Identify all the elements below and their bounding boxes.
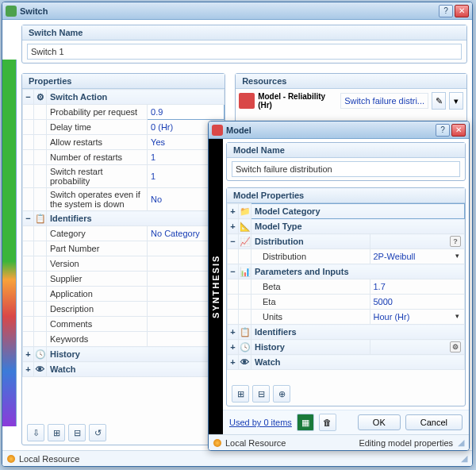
switch-name-header: Switch Name [22, 25, 466, 40]
prop-name: Distribution [251, 249, 370, 264]
prop-name: Number of restarts [47, 150, 148, 165]
prop-name: Keywords [47, 332, 148, 347]
group-watch: Watch [47, 362, 225, 377]
model-help-button[interactable]: ? [436, 124, 450, 137]
collapse-identifiers[interactable]: − [23, 211, 34, 226]
help-button[interactable]: ? [439, 5, 453, 17]
model-status-right: Editing model properties [359, 438, 453, 448]
model-window: Model ? ✕ SYNTHESIS Model Name Model Pro… [208, 121, 470, 451]
distribution-dropdown[interactable]: 2P-Weibull [370, 249, 465, 264]
expand-model-category[interactable]: + [228, 204, 239, 219]
model-tool-1[interactable]: ⊞ [232, 385, 249, 403]
switch-name-input[interactable] [27, 44, 462, 60]
switch-titlebar[interactable]: Switch ? ✕ [2, 2, 472, 20]
prop-value-probability[interactable]: 0.9 [148, 105, 225, 120]
model-reliability-icon [239, 93, 255, 109]
model-name-panel: Model Name [226, 142, 466, 181]
history-icon: 🕓 [34, 347, 47, 362]
model-tool-3[interactable]: ⊕ [273, 385, 290, 403]
resources-header: Resources [236, 74, 466, 89]
model-resize-grip-icon[interactable]: ◢ [458, 437, 464, 448]
resize-grip-icon[interactable]: ◢ [461, 453, 467, 464]
group-model-category[interactable]: Model Category [251, 204, 465, 219]
edit-resource-button[interactable]: ✎ [432, 92, 446, 110]
resource-dropdown-button[interactable]: ▾ [449, 92, 463, 110]
brand-sidebar [2, 60, 17, 426]
history-settings-button[interactable]: ⚙ [450, 341, 461, 352]
model-name-input[interactable] [232, 161, 460, 177]
model-history-icon: 🕓 [239, 340, 251, 355]
switch-title: Switch [20, 6, 437, 16]
ok-button[interactable]: OK [358, 414, 401, 430]
beta-value[interactable]: 1.7 [370, 279, 465, 295]
model-close-button[interactable]: ✕ [451, 124, 466, 137]
tool-button-4[interactable]: ↺ [89, 424, 106, 441]
prop-name: Category [47, 226, 148, 241]
collapse-switch-action[interactable]: − [23, 90, 34, 105]
switch-icon [6, 6, 17, 17]
used-by-link[interactable]: Used by 0 items [229, 418, 292, 427]
prop-name: Delay time [47, 120, 148, 135]
properties-grid: −⚙Switch Action Probability per request0… [22, 89, 225, 377]
prop-name: Description [47, 302, 148, 317]
group-history: History [47, 347, 225, 362]
prop-name: Version [47, 256, 148, 272]
model-title: Model [226, 125, 434, 135]
group-model-watch: Watch [251, 355, 465, 370]
prop-name: Allow restarts [47, 135, 148, 150]
model-properties-header: Model Properties [227, 188, 465, 203]
collapse-params[interactable]: − [228, 264, 239, 279]
eta-value[interactable]: 5000 [370, 295, 465, 310]
prop-name: Comments [47, 317, 148, 332]
switch-name-panel: Switch Name [21, 25, 467, 64]
prop-name: Eta [251, 295, 370, 310]
expand-model-identifiers[interactable]: + [228, 325, 239, 340]
distribution-wizard-button[interactable]: ? [450, 236, 461, 247]
status-text: Local Resource [19, 454, 79, 464]
category-icon: 📁 [239, 204, 251, 219]
status-led-icon [7, 455, 15, 463]
group-model-history: History [251, 340, 370, 355]
model-reliability-label: Model - Reliability (Hr) [258, 92, 337, 110]
group-identifiers: Identifiers [47, 211, 225, 226]
type-icon: 📐 [239, 219, 251, 234]
expand-model-type[interactable]: + [228, 219, 239, 234]
model-watch-icon: 👁 [239, 355, 251, 370]
prop-name: Probability per request [47, 105, 148, 120]
model-reliability-value[interactable]: Switch failure distri... [340, 93, 428, 109]
distribution-icon: 📈 [239, 234, 251, 249]
group-switch-action: Switch Action [47, 90, 225, 105]
chart-button[interactable]: ▦ [297, 414, 314, 431]
switch-statusbar: Local Resource ◢ [2, 450, 472, 466]
tool-button-3[interactable]: ⊟ [68, 424, 86, 441]
prop-name: Supplier [47, 272, 148, 287]
model-button-row: Used by 0 items ▦ 🗑 OK Cancel [223, 410, 469, 434]
trash-button[interactable]: 🗑 [319, 414, 336, 431]
group-model-identifiers: Identifiers [251, 325, 465, 340]
prop-name: Application [47, 287, 148, 302]
prop-name: Part Number [47, 241, 148, 256]
properties-toolbar: ⇩ ⊞ ⊟ ↺ [22, 421, 225, 445]
tool-button-1[interactable]: ⇩ [27, 424, 44, 441]
tool-button-2[interactable]: ⊞ [48, 424, 65, 441]
properties-panel: Properties −⚙Switch Action Probability p… [21, 73, 225, 445]
model-icon [212, 125, 223, 136]
model-status-led-icon [213, 439, 221, 447]
identifiers-icon: 📋 [34, 211, 47, 226]
expand-history[interactable]: + [23, 347, 34, 362]
prop-name: Units [251, 310, 370, 325]
collapse-distribution[interactable]: − [228, 234, 239, 249]
expand-model-history[interactable]: + [228, 340, 239, 355]
expand-model-watch[interactable]: + [228, 355, 239, 370]
model-tool-2[interactable]: ⊟ [252, 385, 270, 403]
expand-watch[interactable]: + [23, 362, 34, 377]
model-toolbar: ⊞ ⊟ ⊕ [227, 382, 465, 406]
close-button[interactable]: ✕ [455, 5, 469, 17]
group-params: Parameters and Inputs [251, 264, 465, 279]
properties-header: Properties [22, 74, 225, 89]
model-titlebar[interactable]: Model ? ✕ [209, 121, 469, 139]
model-statusbar: Local Resource Editing model properties … [209, 434, 469, 450]
cancel-button[interactable]: Cancel [405, 414, 463, 430]
model-identifiers-icon: 📋 [239, 325, 251, 340]
units-dropdown[interactable]: Hour (Hr) [370, 310, 465, 325]
